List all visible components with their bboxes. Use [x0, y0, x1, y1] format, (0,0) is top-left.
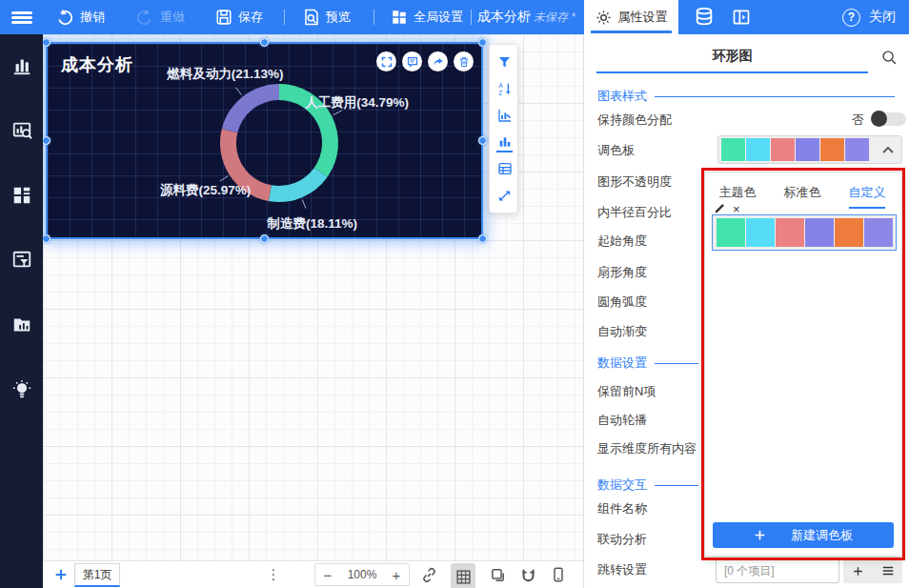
- global-settings-button[interactable]: 全局设置: [391, 0, 463, 34]
- color-swatch-0[interactable]: [717, 218, 745, 247]
- close-button[interactable]: 关闭: [869, 0, 896, 34]
- resize-handle-se[interactable]: [478, 234, 487, 243]
- plus-icon: [852, 565, 864, 578]
- resize-handle-e[interactable]: [478, 136, 487, 145]
- jump-list-button[interactable]: [873, 558, 902, 583]
- donut-segment-1[interactable]: [269, 168, 328, 202]
- delete-button[interactable]: [454, 51, 474, 71]
- divider: [471, 10, 472, 25]
- share-button[interactable]: [428, 51, 448, 71]
- chart-type-icon: [497, 134, 513, 150]
- chart-type-button[interactable]: [490, 129, 519, 155]
- keep-color-toggle[interactable]: [872, 112, 906, 126]
- filter-button[interactable]: [490, 49, 519, 75]
- link-button[interactable]: [416, 561, 441, 588]
- fullscreen-button[interactable]: [376, 51, 396, 71]
- save-button[interactable]: 保存: [215, 0, 263, 34]
- row-label-sector-angle: 扇形角度: [597, 264, 647, 281]
- resize-handle-s[interactable]: [260, 234, 269, 243]
- global-settings-icon: [391, 9, 408, 26]
- color-swatch-3[interactable]: [805, 218, 834, 247]
- edit-palette-button[interactable]: [714, 203, 725, 214]
- color-swatch-2[interactable]: [776, 218, 804, 247]
- row-label-linkage: 联动分析: [597, 531, 647, 548]
- sidebar-item-components[interactable]: [0, 173, 43, 216]
- add-jump-button[interactable]: [843, 558, 873, 583]
- palette-preview-swatches: [721, 138, 870, 161]
- new-palette-button[interactable]: 新建调色板: [713, 522, 894, 548]
- data-source-button[interactable]: [694, 0, 715, 34]
- donut-segment-3[interactable]: [222, 84, 279, 132]
- redo-icon: [135, 8, 154, 27]
- help-button[interactable]: ?: [842, 0, 860, 34]
- mobile-preview-button[interactable]: [546, 561, 571, 588]
- resize-handle-nw[interactable]: [42, 38, 50, 47]
- comment-button[interactable]: [402, 51, 422, 71]
- sidebar-item-ideas[interactable]: [0, 368, 43, 411]
- topbar: 撤销 重做 保存 预览 全局设置 成本分析 * 未保存 * 属性设置 ? 关闭: [0, 0, 909, 34]
- resize-handle-sw[interactable]: [42, 234, 50, 243]
- sidebar-item-analysis[interactable]: [0, 109, 43, 152]
- add-page-button[interactable]: [50, 561, 71, 588]
- tab-properties[interactable]: 属性设置: [584, 0, 678, 34]
- layout-toggle-button[interactable]: [732, 0, 751, 34]
- more-options-icon[interactable]: ⋮: [264, 561, 283, 588]
- search-button[interactable]: [881, 50, 898, 66]
- zoom-out-button[interactable]: −: [315, 564, 340, 585]
- redo-button[interactable]: 重做: [135, 0, 185, 34]
- snap-button[interactable]: [515, 561, 540, 588]
- label-leader-line: [235, 88, 241, 95]
- sidebar-item-charts[interactable]: [0, 44, 43, 87]
- chart-search-icon: [11, 120, 32, 141]
- chart-widget[interactable]: 成本分析 人工费用(34.79%)制造费(18.11%)源料费(25.97%)燃…: [46, 42, 483, 239]
- chart-settings-button[interactable]: [490, 102, 519, 129]
- color-swatch-4[interactable]: [835, 218, 863, 247]
- row-label-start-angle: 起始角度: [597, 233, 647, 250]
- sidebar-item-filter[interactable]: [0, 238, 43, 281]
- color-swatch-1[interactable]: [746, 138, 770, 161]
- jump-items-field[interactable]: [0 个项目]: [716, 558, 839, 583]
- color-swatch-5[interactable]: [864, 218, 893, 247]
- row-label-auto-carousel: 自动轮播: [597, 412, 647, 429]
- section-data-interaction: 数据交互: [597, 476, 698, 494]
- sidebar-item-resources[interactable]: [0, 303, 43, 346]
- left-sidebar: [0, 34, 43, 588]
- resize-handle-w[interactable]: [42, 136, 50, 145]
- tab-custom-colors[interactable]: 自定义: [835, 184, 899, 209]
- document-title: 成本分析: [477, 0, 531, 34]
- resize-handle-ne[interactable]: [478, 38, 487, 47]
- row-label-opacity: 图形不透明度: [597, 173, 672, 191]
- zoom-in-button[interactable]: +: [384, 564, 409, 585]
- undo-label: 撤销: [80, 9, 105, 26]
- layers-button[interactable]: [485, 561, 510, 588]
- undo-button[interactable]: 撤销: [55, 0, 105, 34]
- section-data-settings: 数据设置: [597, 355, 698, 372]
- table-view-button[interactable]: [490, 155, 519, 182]
- database-icon: [694, 7, 715, 28]
- copy-icon: [490, 567, 506, 583]
- menu-icon[interactable]: [11, 0, 32, 34]
- resize-handle-n[interactable]: [260, 38, 269, 47]
- phone-icon: [551, 567, 566, 582]
- palette-dropdown-control[interactable]: [717, 135, 902, 164]
- sort-button[interactable]: AZ: [490, 75, 519, 102]
- grid-toggle-button[interactable]: [451, 563, 475, 588]
- label-leader-line: [220, 176, 228, 181]
- color-swatch-2[interactable]: [771, 138, 795, 161]
- preview-button[interactable]: 预览: [303, 0, 351, 34]
- layout-panel-icon: [732, 8, 751, 27]
- color-swatch-1[interactable]: [746, 218, 775, 247]
- sort-az-icon: AZ: [497, 81, 513, 96]
- resize-widget-button[interactable]: [490, 182, 519, 209]
- page-tab[interactable]: 第1页: [74, 563, 120, 587]
- color-swatch-4[interactable]: [820, 138, 844, 161]
- magnet-icon: [520, 567, 536, 583]
- color-swatch-5[interactable]: [845, 138, 869, 161]
- color-swatch-0[interactable]: [721, 138, 745, 161]
- remove-palette-button[interactable]: ×: [733, 203, 740, 215]
- donut-label-2: 源料费(25.97%): [159, 183, 251, 197]
- design-canvas[interactable]: 成本分析 人工费用(34.79%)制造费(18.11%)源料费(25.97%)燃…: [43, 34, 583, 560]
- custom-palette-row[interactable]: [712, 214, 897, 251]
- tab-standard-colors[interactable]: 标准色: [770, 184, 835, 209]
- color-swatch-3[interactable]: [796, 138, 819, 161]
